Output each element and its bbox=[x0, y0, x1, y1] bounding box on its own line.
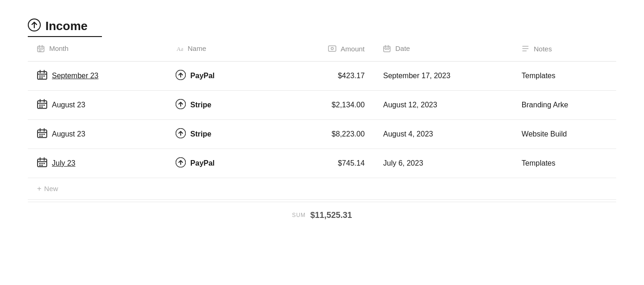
name-value: Stripe bbox=[190, 101, 211, 109]
table-row: July 23 PayPal$745.14July 6, 2023Templat… bbox=[28, 149, 616, 178]
table-header-row: Month Aa Name bbox=[28, 37, 616, 61]
month-value: August 23 bbox=[52, 101, 85, 109]
money-header-icon bbox=[328, 45, 336, 53]
calendar-icon bbox=[37, 157, 47, 169]
svg-rect-11 bbox=[385, 49, 386, 50]
svg-rect-37 bbox=[41, 163, 43, 164]
calendar-icon bbox=[37, 128, 47, 140]
header-notes-label: Notes bbox=[534, 45, 552, 53]
svg-rect-26 bbox=[41, 106, 43, 107]
page-title: Income bbox=[45, 19, 88, 33]
month-value[interactable]: July 23 bbox=[52, 159, 76, 167]
up-arrow-icon bbox=[176, 128, 186, 140]
svg-rect-24 bbox=[44, 105, 45, 106]
income-icon bbox=[28, 19, 41, 33]
calendar-icon bbox=[37, 99, 47, 111]
header-notes[interactable]: Notes bbox=[512, 37, 616, 61]
table-row: August 23 Stripe$2,134.00August 12, 2023… bbox=[28, 90, 616, 119]
header-date-label: Date bbox=[395, 44, 410, 52]
header-month-label: Month bbox=[49, 44, 69, 52]
svg-rect-29 bbox=[39, 134, 41, 135]
name-cell[interactable]: Stripe bbox=[166, 119, 265, 149]
svg-rect-38 bbox=[44, 163, 45, 164]
up-arrow-icon bbox=[176, 70, 186, 82]
name-value: Stripe bbox=[190, 130, 211, 138]
date-cell: July 6, 2023 bbox=[374, 149, 512, 178]
amount-cell: $423.17 bbox=[265, 61, 374, 90]
up-arrow-icon bbox=[176, 99, 186, 111]
svg-rect-4 bbox=[42, 49, 43, 50]
name-cell[interactable]: PayPal bbox=[166, 61, 265, 90]
notes-cell: Branding Arke bbox=[512, 90, 616, 119]
svg-rect-5 bbox=[39, 50, 40, 51]
svg-rect-12 bbox=[386, 49, 387, 50]
name-cell[interactable]: PayPal bbox=[166, 149, 265, 178]
notes-cell: Templates bbox=[512, 149, 616, 178]
month-cell: August 23 bbox=[28, 90, 166, 119]
date-cell: August 12, 2023 bbox=[374, 90, 512, 119]
notes-cell: Templates bbox=[512, 61, 616, 90]
amount-cell: $2,134.00 bbox=[265, 90, 374, 119]
plus-icon: + bbox=[37, 185, 41, 193]
month-cell: August 23 bbox=[28, 119, 166, 149]
svg-rect-8 bbox=[328, 46, 336, 51]
name-cell[interactable]: Stripe bbox=[166, 90, 265, 119]
header-name-label: Name bbox=[188, 44, 206, 52]
table-row: September 23 PayPal$423.17September 17, … bbox=[28, 61, 616, 90]
sum-value: $11,525.31 bbox=[310, 211, 352, 220]
month-value[interactable]: September 23 bbox=[52, 72, 99, 80]
month-value: August 23 bbox=[52, 130, 85, 138]
month-cell: September 23 bbox=[28, 61, 166, 90]
date-cell: September 17, 2023 bbox=[374, 61, 512, 90]
svg-rect-16 bbox=[41, 75, 43, 77]
page-header: Income bbox=[28, 19, 616, 37]
svg-rect-17 bbox=[44, 75, 45, 77]
svg-rect-3 bbox=[40, 49, 41, 50]
header-amount[interactable]: Amount bbox=[265, 37, 374, 61]
svg-text:Aa: Aa bbox=[177, 45, 183, 52]
svg-rect-31 bbox=[44, 134, 45, 135]
svg-rect-23 bbox=[41, 105, 43, 106]
svg-rect-40 bbox=[41, 164, 43, 166]
table-row: August 23 Stripe$8,223.00August 4, 2023W… bbox=[28, 119, 616, 149]
new-row-button[interactable]: + New bbox=[28, 178, 616, 200]
calendar-icon bbox=[37, 70, 47, 82]
new-label: New bbox=[44, 185, 58, 192]
amount-cell: $745.14 bbox=[265, 149, 374, 178]
calendar2-header-icon bbox=[383, 45, 391, 54]
header-amount-label: Amount bbox=[341, 45, 365, 53]
amount-cell: $8,223.00 bbox=[265, 119, 374, 149]
header-date[interactable]: Date bbox=[374, 37, 512, 61]
svg-rect-6 bbox=[40, 50, 41, 51]
svg-rect-30 bbox=[41, 134, 43, 135]
svg-rect-36 bbox=[39, 163, 41, 164]
header-name[interactable]: Aa Name bbox=[166, 37, 265, 61]
header-month[interactable]: Month bbox=[28, 37, 166, 61]
svg-rect-18 bbox=[39, 77, 41, 78]
svg-rect-19 bbox=[41, 77, 43, 78]
svg-rect-15 bbox=[39, 75, 41, 77]
svg-rect-39 bbox=[39, 164, 41, 166]
svg-rect-33 bbox=[41, 135, 43, 136]
svg-rect-32 bbox=[39, 135, 41, 136]
svg-point-9 bbox=[331, 48, 333, 50]
svg-rect-13 bbox=[388, 49, 389, 50]
svg-rect-22 bbox=[39, 105, 41, 106]
calendar-header-icon bbox=[37, 45, 44, 54]
income-table: Month Aa Name bbox=[28, 37, 616, 229]
date-cell: August 4, 2023 bbox=[374, 119, 512, 149]
lines-header-icon bbox=[522, 45, 529, 53]
name-value: PayPal bbox=[190, 159, 215, 167]
month-cell: July 23 bbox=[28, 149, 166, 178]
svg-rect-25 bbox=[39, 106, 41, 107]
text-header-icon: Aa bbox=[176, 45, 183, 54]
svg-rect-2 bbox=[39, 49, 40, 50]
name-value: PayPal bbox=[190, 72, 215, 80]
notes-cell: Website Build bbox=[512, 119, 616, 149]
sum-label: SUM bbox=[292, 212, 306, 218]
sum-row: SUM $11,525.31 bbox=[28, 202, 616, 229]
up-arrow-icon bbox=[176, 157, 186, 169]
